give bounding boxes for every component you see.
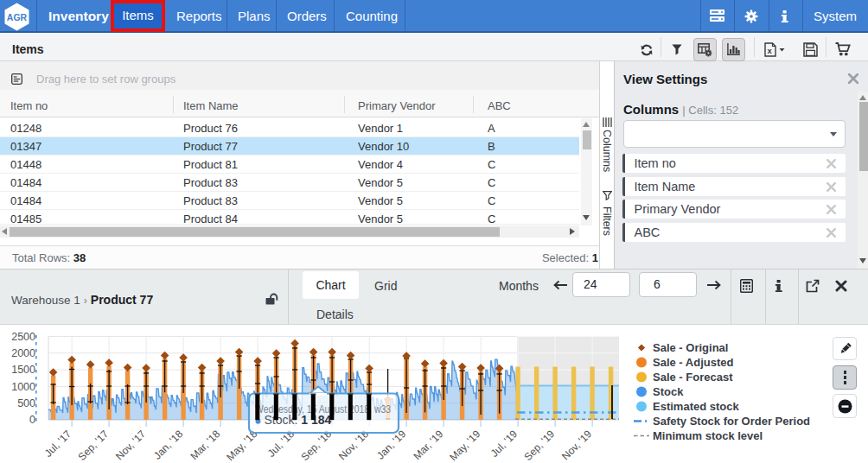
svg-text:Sale - Adjusted: Sale - Adjusted [653, 356, 733, 369]
svg-text:1500: 1500 [11, 364, 35, 376]
svg-text:Jul, '17: Jul, '17 [42, 428, 74, 460]
svg-text:500: 500 [17, 397, 35, 409]
svg-text:Mar, '19: Mar, '19 [411, 428, 445, 462]
svg-text:Sale - Forecast: Sale - Forecast [653, 371, 733, 384]
svg-text:Estimated stock: Estimated stock [653, 400, 739, 413]
svg-text:Safety Stock for Order Period: Safety Stock for Order Period [653, 415, 810, 428]
svg-text:Sep, '17: Sep, '17 [75, 428, 111, 463]
svg-text:2500: 2500 [11, 331, 35, 343]
svg-text:Stock: Stock [653, 385, 684, 398]
svg-text:0: 0 [29, 414, 35, 426]
svg-text:AGR: AGR [7, 12, 28, 22]
svg-text:Nov, '19: Nov, '19 [559, 428, 594, 462]
svg-text:Jul, '19: Jul, '19 [488, 428, 520, 460]
svg-text:Sale - Original: Sale - Original [653, 341, 728, 354]
svg-text:x: x [767, 46, 772, 55]
svg-text:1000: 1000 [11, 381, 35, 393]
svg-text:Nov, '17: Nov, '17 [113, 428, 148, 462]
svg-text:Mar, '18: Mar, '18 [188, 428, 222, 462]
svg-text:May, '19: May, '19 [447, 428, 482, 463]
svg-text:Jan, '18: Jan, '18 [151, 428, 186, 462]
svg-text:Sep, '19: Sep, '19 [521, 428, 557, 463]
svg-text:2000: 2000 [11, 347, 35, 359]
svg-text:Minimum stock level: Minimum stock level [653, 429, 763, 442]
